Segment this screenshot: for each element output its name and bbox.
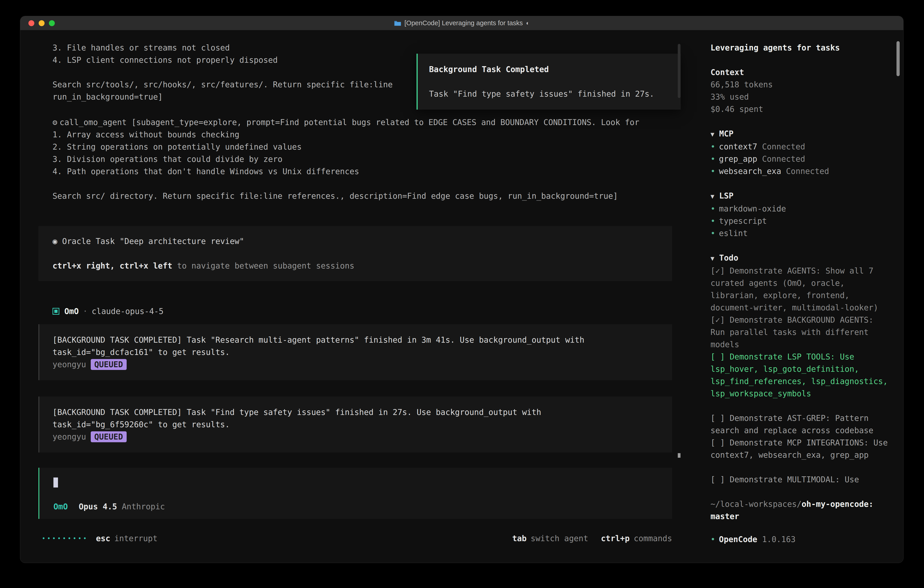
main-scrollbar-thumb[interactable] (678, 44, 680, 98)
oracle-task-title: Oracle Task "Deep architecture review" (62, 237, 244, 246)
collapse-triangle-icon: ▼ (711, 130, 714, 138)
todo-item: [ ] Demonstrate AST-GREP: Pattern search… (711, 412, 890, 436)
todo-checkbox: [ ] (711, 414, 725, 423)
bullet-icon: • (711, 227, 715, 239)
agent-header: OmO · claude-opus-4-5 (53, 305, 672, 317)
shortcut-hint: to navigate between subagent sessions (172, 261, 355, 270)
input-model-name: Opus 4.5 (79, 502, 117, 511)
todo-item: [✓] Demonstrate AGENTS: Show all 7 curat… (711, 265, 890, 314)
todo-item: [ ] Demonstrate MULTIMODAL: Use (711, 473, 890, 486)
todo-checkbox: [ ] (711, 352, 725, 361)
todo-item: [✓] Demonstrate BACKGROUND AGENTS: Run p… (711, 314, 890, 351)
message-card: [BACKGROUND TASK COMPLETED] Task "Find t… (38, 396, 672, 453)
todo-item: [ ] Demonstrate MCP INTEGRATIONS: Use co… (711, 436, 890, 461)
section-mcp-heading[interactable]: ▼ MCP (711, 127, 890, 140)
statusbar: ••••••••• esc interrupt tab switch agent… (42, 532, 672, 545)
bullet-icon: • (711, 203, 715, 215)
mcp-label: MCP (719, 129, 733, 138)
tool-call-line: call_omo_agent [subagent_type=explore, p… (59, 118, 639, 127)
lsp-name: typescript (719, 215, 767, 227)
main-scroll-indicator (678, 453, 680, 458)
window-title: [OpenCode] Leveraging agents for tasks (404, 19, 523, 27)
gear-icon: ⚙ (53, 118, 57, 127)
message-text: task_id="bg_dcfac161" to get results. (53, 346, 659, 358)
tool-call-line (53, 178, 672, 190)
shortcut-keys: ctrl+x right, ctrl+x left (53, 261, 172, 270)
lsp-item: •eslint (711, 227, 890, 239)
close-button[interactable] (28, 20, 34, 26)
ctrlp-key-label: commands (634, 534, 672, 543)
todo-text: Demonstrate BACKGROUND AGENTS: Run paral… (711, 315, 878, 349)
collapse-triangle-icon: ▼ (711, 255, 714, 262)
author: yeongyu (53, 360, 86, 369)
tool-call-line: 4. Path operations that don't handle Win… (53, 165, 672, 178)
input-agent-name: OmO (53, 502, 68, 511)
todo-checkbox: [ ] (711, 438, 725, 447)
mcp-status: Connected (786, 165, 829, 177)
todo-label: Todo (719, 253, 738, 263)
bullet-icon: • (711, 140, 715, 153)
separator-dot: · (83, 307, 87, 316)
lsp-label: LSP (719, 191, 733, 200)
context-heading: Context (711, 66, 890, 78)
minimize-button[interactable] (39, 20, 45, 26)
bullet-icon: • (711, 165, 715, 177)
todo-text: Demonstrate LSP TOOLS: Use lsp_hover, ls… (711, 352, 893, 398)
section-lsp-heading[interactable]: ▼ LSP (711, 190, 890, 203)
sidebar: Leveraging agents for tasks Context 66,5… (683, 30, 903, 563)
traffic-lights (28, 16, 55, 30)
section-todo-heading[interactable]: ▼ Todo (711, 252, 890, 265)
bullet-icon: • (711, 215, 715, 227)
context-used: 33% used (711, 91, 890, 103)
todo-checkbox: [✓] (711, 315, 725, 324)
opencode-window: [OpenCode] Leveraging agents for tasks ◐… (20, 16, 904, 563)
context-tokens: 66,518 tokens (711, 78, 890, 91)
output-line: 3. File handles or streams not closed (53, 41, 672, 54)
message-text: [BACKGROUND TASK COMPLETED] Task "Find t… (53, 406, 659, 418)
esc-key-hint: esc (96, 534, 110, 543)
todo-text: Demonstrate AGENTS: Show all 7 curated a… (711, 266, 878, 312)
mcp-item: •context7Connected (711, 140, 890, 153)
esc-key-label: interrupt (114, 534, 158, 543)
tool-call-line: Search src/ directory. Return specific f… (53, 190, 672, 202)
todo-item: [ ] Demonstrate LSP TOOLS: Use lsp_hover… (711, 351, 890, 400)
collapse-triangle-icon: ▼ (711, 193, 714, 200)
lsp-name: eslint (719, 227, 747, 239)
tab-key-hint: tab (512, 534, 526, 543)
tool-call-block: ⚙call_omo_agent [subagent_type=explore, … (53, 116, 672, 202)
main-area: 3. File handles or streams not closed 4.… (20, 30, 683, 563)
agent-name: OmO (64, 307, 79, 316)
todo-text: Demonstrate MULTIMODAL: Use (729, 475, 859, 484)
mcp-status: Connected (762, 153, 805, 165)
queued-badge: QUEUED (91, 431, 127, 442)
author: yeongyu (53, 432, 86, 441)
lsp-item: •markdown-oxide (711, 203, 890, 215)
prompt-input[interactable]: OmO Opus 4.5 Anthropic (38, 468, 672, 519)
titlebar[interactable]: [OpenCode] Leveraging agents for tasks ◐ (20, 16, 903, 30)
context-spent: $0.46 spent (711, 103, 890, 115)
lsp-name: markdown-oxide (719, 203, 786, 215)
model-name: claude-opus-4-5 (92, 307, 163, 316)
queued-badge: QUEUED (91, 359, 127, 370)
session-spinner-icon: ◐ (526, 20, 530, 26)
agent-icon (53, 308, 59, 315)
session-title: Leveraging agents for tasks (711, 41, 890, 54)
message-card: [BACKGROUND TASK COMPLETED] Task "Resear… (38, 324, 672, 380)
mcp-name: websearch_exa (719, 165, 781, 177)
todo-text: Demonstrate AST-GREP: Pattern search and… (711, 414, 873, 435)
message-text: task_id="bg_6f59260c" to get results. (53, 418, 659, 431)
todo-checkbox: [✓] (711, 266, 725, 275)
background-task-toast[interactable]: Background Task Completed Task "Find typ… (416, 54, 681, 110)
mcp-item: •websearch_exaConnected (711, 165, 890, 177)
todo-checkbox: [ ] (711, 475, 725, 484)
activity-dots-icon: ••••••••• (42, 535, 88, 542)
sidebar-scrollbar-thumb[interactable] (896, 41, 900, 76)
mcp-status: Connected (762, 140, 805, 153)
zoom-button[interactable] (49, 20, 55, 26)
todo-text: Demonstrate MCP INTEGRATIONS: Use contex… (711, 438, 893, 459)
input-provider-name: Anthropic (122, 502, 165, 511)
oracle-task-panel: ◉ Oracle Task "Deep architecture review"… (38, 226, 672, 281)
tool-call-line: 1. Array access without bounds checking (53, 129, 672, 141)
bullet-icon: • (711, 153, 715, 165)
toast-title: Background Task Completed (429, 63, 669, 76)
